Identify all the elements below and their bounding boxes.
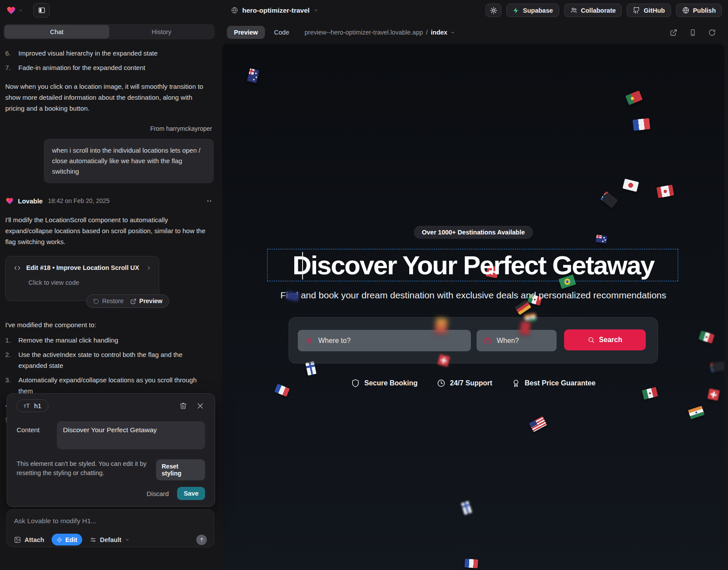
github-icon <box>633 7 640 14</box>
assistant-name: Lovable <box>18 196 43 206</box>
url-path: index <box>431 29 447 36</box>
edit-card-subtitle: Click to view code <box>28 277 152 288</box>
hero-heading[interactable]: Discover Your Perfect Getaway <box>222 250 725 280</box>
lovable-heart-icon <box>5 197 14 205</box>
assistant-message-header: Lovable 18:42 on Feb 20, 2025 <box>5 196 214 206</box>
numbered-list-item: 6.Improved visual hierarchy in the expan… <box>5 48 214 59</box>
assistant-numbered-list: 6.Improved visual hierarchy in the expan… <box>5 48 214 73</box>
gear-icon <box>490 7 498 14</box>
locate-icon <box>56 537 63 543</box>
destinations-badge: Over 1000+ Destinations Available <box>414 226 533 239</box>
finland-flag <box>461 501 472 515</box>
collaborate-button[interactable]: Collaborate <box>564 3 622 17</box>
feature-best-price-guarantee: Best Price Guarantee <box>512 379 596 388</box>
publish-button[interactable]: Publish <box>676 3 722 17</box>
arrow-up-icon <box>199 537 205 542</box>
switzerland-flag <box>707 388 720 401</box>
numbered-list-item: 2.Use the activeIndex state to control b… <box>5 349 214 371</box>
search-button[interactable]: Search <box>564 329 646 350</box>
preview-toolbar: Preview Code preview--hero-optimizer-tra… <box>222 24 725 41</box>
edit-card-title: Edit #18 • Improve Location Scroll UX <box>26 262 139 273</box>
element-editor-panel: тT h1 Content Discover Your Perfect Geta… <box>7 393 215 507</box>
project-name: hero-optimizer-travel <box>242 7 310 14</box>
globe-icon <box>682 7 690 14</box>
india-flag <box>688 406 704 419</box>
shield-icon <box>351 379 360 388</box>
preview-url[interactable]: preview--hero-optimizer-travel.lovable.a… <box>305 29 456 36</box>
text-cursor <box>302 252 303 280</box>
refresh-icon[interactable] <box>708 29 716 36</box>
github-button[interactable]: GitHub <box>627 3 671 17</box>
map-pin-icon <box>305 336 313 345</box>
preview-button[interactable]: Preview <box>130 296 163 307</box>
award-icon <box>512 379 520 388</box>
chat-composer[interactable]: Ask Lovable to modify H1... Attach Edit … <box>7 509 214 547</box>
restore-preview-pill: Restore Preview <box>86 294 169 308</box>
sliders-icon <box>90 536 97 543</box>
lovable-logo-menu[interactable] <box>6 6 23 15</box>
restore-icon <box>93 298 99 304</box>
url-host: preview--hero-optimizer-travel.lovable.a… <box>305 29 423 36</box>
mexico-flag <box>642 387 658 399</box>
user-message-bubble: when i scroll into the individual locati… <box>44 139 214 183</box>
more-options-icon[interactable] <box>207 200 214 202</box>
content-textarea[interactable]: Discover Your Perfect Getaway <box>57 421 205 449</box>
close-icon[interactable] <box>196 402 204 410</box>
supabase-icon <box>512 7 519 14</box>
south-africa-flag <box>711 361 725 372</box>
japan-flag <box>623 178 639 192</box>
destination-placeholder: Where to? <box>318 337 351 345</box>
clock-icon <box>437 379 446 388</box>
new-zealand-flag <box>596 234 607 243</box>
red-flag <box>519 321 531 336</box>
canada-flag <box>656 185 674 198</box>
external-link-icon <box>130 298 136 304</box>
message-timestamp: 18:42 on Feb 20, 2025 <box>48 196 110 206</box>
date-input[interactable]: When? <box>477 330 557 351</box>
composer-placeholder[interactable]: Ask Lovable to modify H1... <box>14 517 207 525</box>
numbered-list-item: 7.Fade-in animation for the expanded con… <box>5 62 214 73</box>
edit-mode-button[interactable]: Edit <box>52 534 82 546</box>
chat-history-tabs: Chat History <box>3 24 215 39</box>
tab-preview[interactable]: Preview <box>227 26 265 39</box>
supabase-button[interactable]: Supabase <box>506 3 559 17</box>
feature-list: Secure Booking24/7 SupportBest Price Gua… <box>222 379 725 388</box>
chevron-down-icon <box>125 538 129 542</box>
mode-selector[interactable]: Default <box>90 536 129 543</box>
south-africa-flag <box>600 191 618 208</box>
save-button[interactable]: Save <box>177 487 205 500</box>
search-panel: Where to? When? Search <box>289 317 658 364</box>
attach-button[interactable]: Attach <box>14 536 44 543</box>
chevron-down-icon <box>18 8 23 13</box>
reset-styling-button[interactable]: Reset styling <box>156 459 205 480</box>
open-in-new-window-icon[interactable] <box>670 29 677 36</box>
send-button[interactable] <box>196 535 207 545</box>
feature-secure-booking: Secure Booking <box>351 379 418 388</box>
users-icon <box>570 7 578 14</box>
chevron-down-icon <box>313 8 318 13</box>
content-label: Content <box>17 421 57 449</box>
trash-icon[interactable] <box>179 402 187 410</box>
calendar-icon <box>484 337 491 345</box>
numbered-list-item: 1.Remove the manual click handling <box>5 335 214 346</box>
code-icon <box>14 265 21 271</box>
usa-flag <box>529 416 547 432</box>
warm-flag <box>435 318 447 334</box>
restore-button[interactable]: Restore <box>93 296 124 307</box>
discard-button[interactable]: Discard <box>146 490 169 497</box>
date-placeholder: When? <box>497 337 519 345</box>
france-flag <box>464 559 478 568</box>
tab-code[interactable]: Code <box>274 29 289 36</box>
toggle-sidebar-button[interactable] <box>33 3 50 17</box>
tab-history[interactable]: History <box>109 25 214 38</box>
project-switcher[interactable]: hero-optimizer-travel <box>231 0 318 21</box>
element-tag-pill: тT h1 <box>17 399 49 412</box>
mobile-view-icon[interactable] <box>689 29 697 36</box>
tab-chat[interactable]: Chat <box>4 25 109 38</box>
chevron-down-icon <box>450 30 455 35</box>
switzerland-flag <box>437 354 450 367</box>
preview-viewport: Over 1000+ Destinations Available Discov… <box>222 44 725 570</box>
settings-button[interactable] <box>485 3 502 17</box>
panel-left-icon <box>38 7 45 14</box>
mexico-flag <box>699 331 715 344</box>
